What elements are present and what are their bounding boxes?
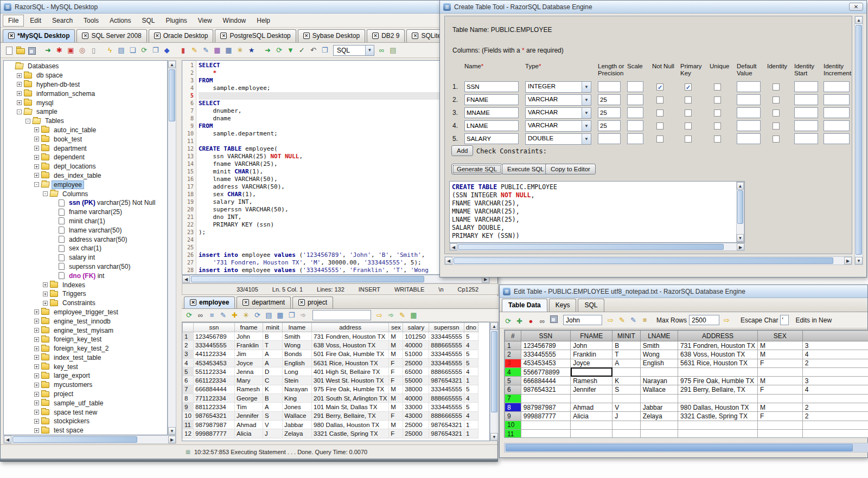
- create-vscroll-thumb[interactable]: [856, 25, 862, 255]
- cell[interactable]: 999887777: [194, 429, 235, 438]
- scroll-up-icon[interactable]: ▲: [168, 61, 176, 68]
- table-row[interactable]: 6987654321JenniferSWallace291 Berry, Bel…: [505, 385, 868, 394]
- disconnect-icon[interactable]: ▣: [66, 46, 76, 55]
- tree-item-test-space[interactable]: +test space: [4, 426, 167, 435]
- cell[interactable]: Stein: [283, 376, 312, 385]
- view-row-icon[interactable]: ∞: [537, 316, 547, 326]
- menu-help[interactable]: Help: [252, 15, 275, 26]
- cell[interactable]: Jabbar: [640, 403, 678, 412]
- add-column-button[interactable]: Add: [451, 145, 473, 156]
- default-value-input[interactable]: [737, 133, 761, 144]
- edit-data-table[interactable]: #SSNFNAMEMINITLNAMEADDRESSSEX1123456789J…: [505, 330, 868, 438]
- tree-item-information-schema[interactable]: +information_schema: [4, 89, 167, 98]
- table-row[interactable]: 9881122334TimAJones101 Main St, Dallas T…: [183, 403, 478, 411]
- cell[interactable]: Franklin: [571, 350, 612, 359]
- scroll-left-icon[interactable]: ◀: [450, 243, 457, 250]
- cell[interactable]: 888665555: [429, 367, 464, 376]
- execute-sql-button[interactable]: Execute SQL: [502, 164, 550, 175]
- cell[interactable]: [571, 394, 612, 403]
- length-input[interactable]: [598, 94, 621, 105]
- alter-table-icon[interactable]: ✎: [201, 46, 211, 55]
- length-input[interactable]: [598, 107, 621, 118]
- auto-complete-icon[interactable]: ϟ: [105, 46, 115, 55]
- menu-search[interactable]: Search: [47, 15, 78, 26]
- cell[interactable]: F: [389, 376, 403, 385]
- scroll-right-icon[interactable]: ▶: [168, 436, 176, 443]
- paste-icon[interactable]: ❐: [320, 46, 330, 55]
- cell[interactable]: 2: [802, 412, 868, 421]
- scroll-up-icon[interactable]: ▲: [737, 182, 744, 190]
- expand-icon[interactable]: +: [17, 100, 22, 105]
- tree-item-key-test[interactable]: +key_test: [4, 362, 167, 371]
- create-window-horizontal-scrollbar[interactable]: ◀ ▶: [444, 256, 852, 265]
- expand-icon[interactable]: +: [34, 173, 39, 178]
- column-type-select[interactable]: VARCHAR▼: [525, 120, 591, 132]
- highlight-icon[interactable]: ✎: [617, 315, 627, 325]
- tree-vertical-scrollbar[interactable]: ▲ ▼: [168, 60, 176, 435]
- primary-key-checkbox[interactable]: ✓: [685, 83, 692, 91]
- scale-input[interactable]: [627, 120, 643, 131]
- cell[interactable]: M: [389, 420, 403, 429]
- copy-results-icon[interactable]: ❐: [286, 311, 297, 320]
- tree-item-sample-utf-table[interactable]: +sample_utf_table: [4, 398, 167, 408]
- cell[interactable]: 1: [464, 376, 478, 385]
- cell[interactable]: 101 Main St, Dallas TX: [312, 403, 389, 411]
- tab-db2-9[interactable]: ✕DB2 9: [367, 29, 405, 42]
- tree-item-indexes[interactable]: +Indexes: [4, 280, 167, 289]
- tree-item-constraints[interactable]: +Constraints: [4, 299, 167, 308]
- cell[interactable]: King: [283, 394, 312, 403]
- cell[interactable]: 123456789: [194, 332, 235, 341]
- tree-item-hyphen-db-test[interactable]: +hyphen-db-test: [4, 80, 167, 89]
- column-header[interactable]: MINIT: [612, 331, 640, 341]
- transfer-icon[interactable]: ➾: [386, 311, 396, 320]
- tree-item-project[interactable]: +project: [4, 390, 167, 399]
- menu-edit[interactable]: Edit: [25, 15, 46, 26]
- expand-icon[interactable]: +: [34, 392, 39, 397]
- cell[interactable]: M: [757, 403, 802, 412]
- new-connection-icon[interactable]: ✱: [54, 46, 65, 55]
- result-tab-department[interactable]: ✕department: [237, 296, 291, 308]
- column-header[interactable]: SEX: [757, 331, 802, 341]
- cell[interactable]: 333445555: [429, 385, 464, 393]
- close-tab-icon[interactable]: ✕: [412, 33, 418, 39]
- cell[interactable]: V: [263, 420, 283, 429]
- cell[interactable]: 101250: [403, 332, 429, 341]
- cell[interactable]: English: [640, 359, 678, 367]
- tree-item-employee-trigger-test[interactable]: +employee_trigger_test: [4, 308, 167, 317]
- cell[interactable]: 333445555: [429, 350, 464, 358]
- cell[interactable]: 987654321: [429, 420, 464, 429]
- tree-item-ssn-pk-varchar-25-not-null[interactable]: ssn (PK) varchar(25) Not Null: [4, 198, 167, 208]
- tree-scroll-thumb[interactable]: [169, 69, 175, 121]
- key-icon[interactable]: ✳: [241, 311, 251, 320]
- log-icon[interactable]: ▤: [388, 46, 398, 55]
- cell[interactable]: [678, 421, 758, 429]
- column-name-input[interactable]: [464, 81, 519, 92]
- unique-checkbox[interactable]: [714, 83, 721, 91]
- tree-item-superssn-varchar-50[interactable]: superssn varchar(50): [4, 262, 167, 272]
- tree-item-dno-fk-int[interactable]: dno (FK) int: [4, 271, 167, 280]
- tree-item-auto-inc-table[interactable]: +auto_inc_table: [4, 126, 167, 135]
- table-row[interactable]: 3453453453JoyceAEnglish5631 Rice, Housto…: [505, 359, 868, 367]
- collapse-icon[interactable]: -: [34, 182, 39, 187]
- close-icon[interactable]: ✕: [849, 3, 863, 11]
- column-header[interactable]: address: [312, 323, 389, 332]
- tree-item-sample[interactable]: -sample: [4, 107, 167, 117]
- default-value-input[interactable]: [737, 81, 761, 92]
- scroll-down-icon[interactable]: ▼: [737, 234, 744, 242]
- cell[interactable]: 5: [464, 350, 478, 358]
- cell[interactable]: English: [283, 358, 312, 367]
- edit-tab-keys[interactable]: Keys: [549, 299, 577, 312]
- edit-results-icon[interactable]: ✎: [397, 311, 407, 320]
- cell[interactable]: 987654321: [429, 376, 464, 385]
- expand-icon[interactable]: +: [34, 401, 39, 405]
- cell[interactable]: 441122334: [194, 350, 235, 358]
- cell[interactable]: D: [263, 367, 283, 376]
- unique-checkbox[interactable]: [714, 96, 721, 104]
- fetch-icon[interactable]: ▼: [285, 46, 296, 55]
- column-type-select[interactable]: INTEGER▼: [525, 81, 591, 93]
- cell[interactable]: A: [612, 359, 640, 367]
- expand-icon[interactable]: +: [34, 319, 39, 324]
- cell[interactable]: 38000: [403, 385, 429, 393]
- column-header[interactable]: lname: [283, 323, 312, 332]
- close-tab-icon[interactable]: ✕: [303, 33, 310, 39]
